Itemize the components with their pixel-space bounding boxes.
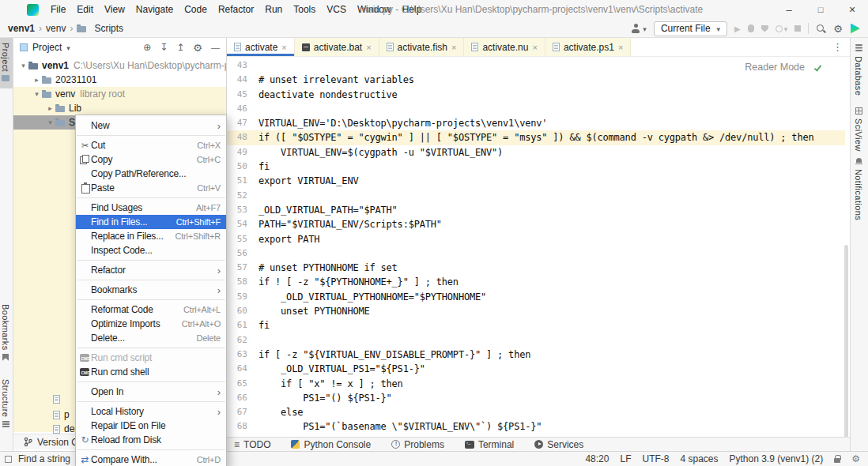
tab-activate-fish[interactable]: activate.fish <box>379 38 465 56</box>
ide-play-logo-icon[interactable] <box>850 24 860 34</box>
context-menu-item-reload-from-disk[interactable]: Reload from Disk <box>76 433 226 447</box>
code-line-58[interactable]: 58if ! [ -z "${PYTHONHOME+_}" ] ; then <box>227 275 845 289</box>
search-icon[interactable] <box>816 24 826 34</box>
menu-refactor[interactable]: Refactor <box>213 0 259 20</box>
menu-edit[interactable]: Edit <box>71 0 99 20</box>
chevron-right-icon[interactable] <box>45 104 55 112</box>
close-tab-icon[interactable] <box>532 42 537 53</box>
code-line-48[interactable]: 48if ([ "$OSTYPE" = "cygwin" ] || [ "$OS… <box>227 130 845 145</box>
code-line-56[interactable]: 56 <box>227 246 845 261</box>
context-menu-item-replace-in-files[interactable]: Replace in Files...Ctrl+Shift+R <box>76 229 226 243</box>
close-tab-icon[interactable] <box>451 42 456 53</box>
status-item[interactable]: LF <box>620 453 631 464</box>
chevron-down-icon[interactable] <box>18 62 28 70</box>
tree-row-venv[interactable]: venvlibrary root <box>13 87 227 101</box>
menu-code[interactable]: Code <box>179 0 213 20</box>
status-item[interactable]: UTF-8 <box>642 453 669 464</box>
code-line-55[interactable]: 55export PATH <box>227 232 845 246</box>
tree-row-partial[interactable]: p <box>53 409 70 420</box>
code-line-53[interactable]: 53_OLD_VIRTUAL_PATH="$PATH" <box>227 203 845 217</box>
code-line-64[interactable]: 64 _OLD_VIRTUAL_PS1="${PS1-}" <box>227 362 845 376</box>
tool-window-button-services[interactable]: Services <box>534 439 583 450</box>
context-menu-item-cut[interactable]: CutCtrl+X <box>76 138 226 152</box>
context-menu-item-run-cmd-shell[interactable]: Run cmd shell <box>76 365 226 379</box>
menu-navigate[interactable]: Navigate <box>130 0 179 20</box>
code-line-66[interactable]: 66 PS1="() ${PS1-}" <box>227 391 845 405</box>
status-hint[interactable]: Find a string <box>0 453 70 464</box>
tab-activate-bat[interactable]: activate.bat <box>295 38 379 56</box>
tree-row-20231101[interactable]: 20231101 <box>13 73 227 87</box>
hide-panel-icon[interactable] <box>211 42 220 53</box>
more-tabs-icon[interactable] <box>832 41 850 53</box>
code-line-68[interactable]: 68 PS1="(`basename \"$VIRTUAL_ENV\"`) ${… <box>227 419 845 434</box>
sidebar-item-structure[interactable]: Structure <box>1 379 10 427</box>
context-menu-item-refactor[interactable]: Refactor <box>76 263 226 277</box>
code-line-50[interactable]: 50fi <box>227 160 845 174</box>
close-tab-icon[interactable] <box>281 42 286 53</box>
chevron-right-icon[interactable] <box>32 76 42 84</box>
gear-icon[interactable] <box>193 42 202 54</box>
lock-icon[interactable] <box>834 458 840 463</box>
code-line-67[interactable]: 67 else <box>227 405 845 419</box>
maximize-icon[interactable] <box>805 0 836 21</box>
gear-icon[interactable] <box>851 453 860 464</box>
code-line-57[interactable]: 57# unset PYTHONHOME if set <box>227 261 845 275</box>
context-menu-item-copy[interactable]: CopyCtrl+C <box>76 152 226 167</box>
context-menu-item-run-cmd-script[interactable]: Run cmd script <box>76 351 226 365</box>
code-editor[interactable]: 4344# unset irrelevant variables45deacti… <box>227 58 845 434</box>
tab-activate-nu[interactable]: activate.nu <box>464 38 545 56</box>
tree-row-venv1[interactable]: venv1C:\Users\Xu Han\Desktop\pycharm-pro <box>13 58 227 73</box>
tool-window-button-problems[interactable]: Problems <box>391 439 444 450</box>
context-menu-item-repair-ide-on-file[interactable]: Repair IDE on File <box>76 419 226 433</box>
menu-file[interactable]: File <box>45 0 71 20</box>
tool-window-button-terminal[interactable]: Terminal <box>465 439 514 450</box>
tab-activate[interactable]: activate <box>227 38 295 56</box>
context-menu-item-local-history[interactable]: Local History <box>76 404 226 419</box>
context-menu-item-bookmarks[interactable]: Bookmarks <box>76 283 226 297</box>
run-config-selector[interactable]: Current File <box>654 21 727 36</box>
expand-all-icon[interactable] <box>160 42 168 53</box>
minimize-icon[interactable] <box>773 0 805 21</box>
sidebar-item-sciview[interactable]: SciView <box>854 107 863 152</box>
collapse-all-icon[interactable] <box>176 42 184 53</box>
breadcrumb-venv1[interactable]: venv1 <box>8 23 35 34</box>
code-line-54[interactable]: 54PATH="$VIRTUAL_ENV/Scripts:$PATH" <box>227 217 845 231</box>
context-menu-item-copy-path-reference[interactable]: Copy Path/Reference... <box>76 167 226 181</box>
context-menu-item-inspect-code[interactable]: Inspect Code... <box>76 243 226 257</box>
code-line-51[interactable]: 51export VIRTUAL_ENV <box>227 174 845 188</box>
chevron-down-icon[interactable] <box>32 90 42 98</box>
user-menu-button[interactable] <box>631 23 647 34</box>
menu-tools[interactable]: Tools <box>288 0 321 20</box>
close-tab-icon[interactable] <box>618 42 623 53</box>
editor-scrollbar[interactable] <box>844 245 848 440</box>
project-panel-title[interactable]: Project <box>32 42 62 53</box>
context-menu-item-open-in[interactable]: Open In <box>76 385 226 399</box>
context-menu-item-reformat-code[interactable]: Reformat CodeCtrl+Alt+L <box>76 303 226 317</box>
tool-window-button-python-console[interactable]: Python Console <box>291 439 371 450</box>
code-line-52[interactable]: 52 <box>227 189 845 203</box>
code-line-62[interactable]: 62 <box>227 333 845 348</box>
context-menu-item-paste[interactable]: PasteCtrl+V <box>76 181 226 195</box>
locate-file-icon[interactable] <box>143 42 151 53</box>
code-line-43[interactable]: 43 <box>227 58 845 73</box>
chevron-down-icon[interactable] <box>45 118 55 126</box>
tree-row-lib[interactable]: Lib <box>13 101 227 115</box>
status-item[interactable]: Python 3.9 (venv1) (2) <box>730 453 824 464</box>
sidebar-item-project[interactable]: Project <box>1 43 10 81</box>
tool-window-button-todo[interactable]: TODO <box>234 439 270 450</box>
status-item[interactable]: 4 spaces <box>680 453 718 464</box>
context-menu-item-delete[interactable]: Delete...Delete <box>76 331 226 345</box>
tab-activate-ps1[interactable]: activate.ps1 <box>545 38 631 56</box>
code-line-47[interactable]: 47VIRTUAL_ENV='D:\Desktop\pycharm-projec… <box>227 116 845 130</box>
code-line-65[interactable]: 65 if [ "x" != x ] ; then <box>227 377 845 391</box>
code-line-61[interactable]: 61fi <box>227 318 845 333</box>
breadcrumb-venv[interactable]: venv <box>46 23 66 34</box>
code-line-45[interactable]: 45deactivate nondestructive <box>227 88 845 102</box>
context-menu-item-compare-with[interactable]: Compare With...Ctrl+D <box>76 453 226 466</box>
code-line-63[interactable]: 63if [ -z "${VIRTUAL_ENV_DISABLE_PROMPT-… <box>227 348 845 362</box>
close-tab-icon[interactable] <box>366 42 371 53</box>
chevron-down-icon[interactable] <box>66 42 70 53</box>
menu-view[interactable]: View <box>99 0 130 20</box>
sidebar-item-database[interactable]: Database <box>854 44 863 96</box>
code-line-49[interactable]: 49 VIRTUAL_ENV=$(cygpath -u "$VIRTUAL_EN… <box>227 145 845 160</box>
